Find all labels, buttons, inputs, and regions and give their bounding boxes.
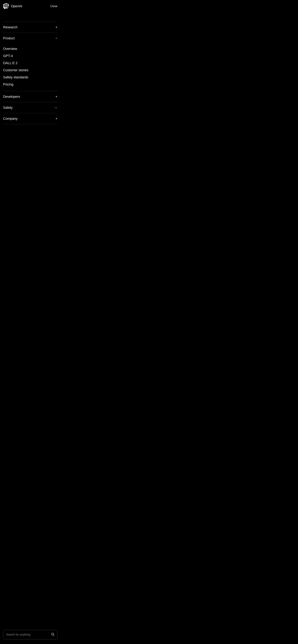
sub-nav-item-dalle2[interactable]: DALL·E 2 xyxy=(3,60,57,66)
nav-item-safety-icon: → xyxy=(54,106,57,109)
nav-item-safety[interactable]: Safety → xyxy=(3,102,57,113)
nav-item-developers[interactable]: Developers + xyxy=(3,91,57,102)
nav-item-developers-label: Developers xyxy=(3,95,20,99)
nav-item-product-icon: − xyxy=(55,36,57,40)
sub-nav-item-gpt4[interactable]: GPT-4 xyxy=(3,52,57,60)
nav-item-safety-label: Safety xyxy=(3,106,13,110)
sub-nav-item-overview[interactable]: Overview xyxy=(3,45,57,52)
nav-item-product[interactable]: Product − xyxy=(3,33,57,44)
logo-area[interactable]: OpenAI xyxy=(3,3,22,9)
sub-nav-item-safety-standards[interactable]: Safety standards xyxy=(3,74,57,81)
nav-item-research[interactable]: Research + xyxy=(3,22,57,33)
nav-item-company-label: Company xyxy=(3,117,18,121)
logo-text: OpenAI xyxy=(11,4,22,8)
sub-nav-item-pricing[interactable]: Pricing xyxy=(3,81,57,88)
nav-item-research-icon: + xyxy=(55,26,57,29)
nav-item-company-icon: + xyxy=(55,117,57,120)
product-sub-nav: Overview GPT-4 DALL·E 2 Customer stories… xyxy=(3,44,57,91)
openai-logo-icon xyxy=(3,3,9,9)
nav-item-product-label: Product xyxy=(3,36,15,40)
nav-item-research-label: Research xyxy=(3,25,18,29)
header: OpenAI Close xyxy=(0,0,61,12)
header-spacer xyxy=(0,12,61,22)
nav-item-company[interactable]: Company + xyxy=(3,113,57,124)
sub-nav-item-customer-stories[interactable]: Customer stories xyxy=(3,66,57,74)
nav-section: Research + Product − Overview GPT-4 DALL… xyxy=(0,22,61,124)
nav-item-developers-icon: + xyxy=(55,95,57,98)
close-button[interactable]: Close xyxy=(50,5,57,8)
